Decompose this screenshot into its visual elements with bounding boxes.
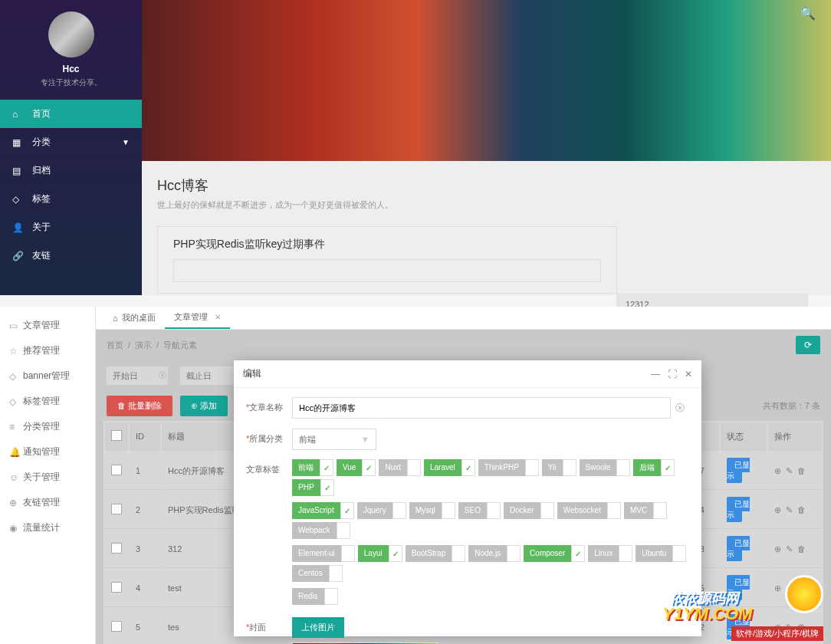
- nav-links[interactable]: 🔗友链: [0, 242, 142, 270]
- modal-header[interactable]: 编辑 — ⛶ ✕: [234, 360, 701, 388]
- nav-category[interactable]: ▦分类▼: [0, 128, 142, 156]
- star-icon: ☆: [9, 346, 23, 356]
- admin-nav-category[interactable]: ≡分类管理: [0, 414, 95, 439]
- tag-chip[interactable]: Mysql: [409, 502, 455, 519]
- admin-nav-article[interactable]: ▭文章管理: [0, 313, 95, 338]
- nav-home[interactable]: ⌂首页: [0, 100, 142, 128]
- blog-frontend: Hcc 专注于技术分享。 ⌂首页 ▦分类▼ ▤归档 ◇标签 👤关于 🔗友链 🔍 …: [0, 0, 831, 295]
- col-status[interactable]: 状态: [721, 422, 767, 451]
- category-select[interactable]: 前端▼: [292, 429, 376, 450]
- tag-chip[interactable]: Nuxt: [379, 459, 421, 476]
- admin-nav-banner[interactable]: ◇banner管理: [0, 363, 95, 389]
- tag-label: Vue: [337, 459, 362, 476]
- action-delete-icon[interactable]: 🗑: [797, 505, 806, 515]
- admin-nav-notify[interactable]: 🔔通知管理: [0, 439, 95, 465]
- end-date-input[interactable]: [180, 366, 241, 385]
- col-actions: 操作: [768, 422, 822, 451]
- article-card[interactable]: PHP实现Redis监听key过期事件: [157, 226, 617, 294]
- tag-chip[interactable]: Composer✓: [524, 545, 585, 562]
- clear-icon[interactable]: ⓧ: [159, 370, 166, 381]
- tag-chip[interactable]: Webpack: [292, 522, 350, 539]
- tag-check-icon: ✓: [571, 545, 585, 562]
- avatar[interactable]: [48, 12, 94, 58]
- close-icon[interactable]: ✕: [215, 313, 221, 321]
- admin-nav-tags[interactable]: ◇标签管理: [0, 389, 95, 414]
- tag-chip[interactable]: Ubuntu: [636, 545, 686, 562]
- action-edit-icon[interactable]: ✎: [786, 505, 793, 515]
- row-checkbox[interactable]: [111, 465, 122, 475]
- tag-chip[interactable]: Node.js: [468, 545, 521, 562]
- tag-label: ThinkPHP: [478, 459, 525, 476]
- minimize-icon[interactable]: —: [651, 369, 660, 380]
- tag-chip[interactable]: Centos: [292, 565, 343, 582]
- tag-check-icon: [525, 459, 539, 476]
- admin-nav-stats[interactable]: ◉流量统计: [0, 515, 95, 540]
- tag-chip[interactable]: 后端✓: [633, 459, 675, 476]
- action-delete-icon[interactable]: 🗑: [797, 544, 806, 554]
- row-checkbox[interactable]: [111, 543, 122, 554]
- row-checkbox[interactable]: [111, 504, 122, 514]
- action-edit-icon[interactable]: ✎: [786, 466, 793, 476]
- nav-tags[interactable]: ◇标签: [0, 185, 142, 213]
- row-checkbox[interactable]: [111, 621, 122, 632]
- tag-chip[interactable]: Redis: [292, 588, 338, 605]
- archive-icon: ▤: [12, 166, 25, 176]
- form-row-tags: 文章标签 前端✓Vue✓NuxtLaravel✓ThinkPHPYiiSwool…: [246, 459, 689, 608]
- nav-label: 流量统计: [23, 521, 60, 534]
- admin-nav-links[interactable]: ⊕友链管理: [0, 490, 95, 515]
- status-badge[interactable]: 已显示: [727, 458, 750, 483]
- select-all-checkbox[interactable]: [111, 430, 122, 441]
- tag-check-icon: ✓: [389, 545, 402, 562]
- tab-desktop[interactable]: ⌂我的桌面: [103, 307, 165, 328]
- tag-chip[interactable]: Linux: [588, 545, 632, 562]
- tag-chip[interactable]: Jquery: [357, 502, 406, 519]
- tag-chip[interactable]: JavaScript✓: [292, 502, 354, 519]
- breadcrumb-item[interactable]: 演示: [135, 340, 152, 351]
- admin-nav-recommend[interactable]: ☆推荐管理: [0, 338, 95, 363]
- tag-chip[interactable]: PHP✓: [292, 479, 334, 496]
- blog-title: Hcc博客: [157, 176, 617, 195]
- upload-button[interactable]: 上传图片: [292, 617, 344, 638]
- tag-chip[interactable]: SEO: [458, 502, 501, 519]
- tab-article-mgmt[interactable]: 文章管理✕: [165, 307, 230, 329]
- tag-chip[interactable]: Laravel✓: [424, 459, 475, 476]
- nav-about[interactable]: 👤关于: [0, 213, 142, 242]
- nav-archive[interactable]: ▤归档: [0, 156, 142, 185]
- tag-chip[interactable]: Layui✓: [358, 545, 402, 562]
- tag-check-icon: [337, 522, 350, 539]
- tag-chip[interactable]: BootStrap: [406, 545, 465, 562]
- tag-chip[interactable]: Vue✓: [337, 459, 376, 476]
- admin-nav-about[interactable]: ☺关于管理: [0, 465, 95, 490]
- close-icon[interactable]: ✕: [685, 369, 692, 380]
- action-edit-icon[interactable]: ✎: [786, 544, 793, 554]
- col-id[interactable]: ID: [130, 422, 160, 451]
- status-badge[interactable]: 已显示: [727, 536, 750, 561]
- tag-label: Laravel: [424, 459, 461, 476]
- tag-chip[interactable]: 前端✓: [292, 459, 333, 476]
- tag-chip[interactable]: Yii: [542, 459, 576, 476]
- breadcrumb-item[interactable]: 首页: [107, 340, 123, 351]
- tag-chip[interactable]: ThinkPHP: [478, 459, 539, 476]
- article-preview: [173, 259, 601, 282]
- action-up-icon[interactable]: ⊕: [774, 466, 781, 476]
- target-icon: ◉: [9, 523, 23, 534]
- tag-label: 前端: [292, 459, 320, 476]
- tag-check-icon: ✓: [661, 459, 675, 476]
- row-checkbox[interactable]: [111, 582, 122, 593]
- clear-icon[interactable]: ⓧ: [671, 397, 689, 419]
- action-delete-icon[interactable]: 🗑: [797, 466, 806, 476]
- maximize-icon[interactable]: ⛶: [668, 369, 677, 380]
- tag-chip[interactable]: MVC: [624, 502, 667, 519]
- tag-chip[interactable]: Element-ui: [292, 545, 355, 562]
- tag-chip[interactable]: Docker: [504, 502, 554, 519]
- add-button[interactable]: ⊕ 添加: [180, 396, 228, 416]
- refresh-button[interactable]: ⟳: [796, 336, 820, 354]
- search-icon[interactable]: 🔍: [800, 6, 816, 21]
- status-badge[interactable]: 已显示: [727, 497, 750, 522]
- batch-delete-button[interactable]: 🗑 批量删除: [107, 396, 172, 416]
- action-up-icon[interactable]: ⊕: [774, 505, 781, 515]
- name-input[interactable]: [292, 397, 671, 419]
- tag-chip[interactable]: Swoole: [580, 459, 631, 476]
- tag-chip[interactable]: Websocket: [557, 502, 621, 519]
- action-up-icon[interactable]: ⊕: [774, 544, 781, 554]
